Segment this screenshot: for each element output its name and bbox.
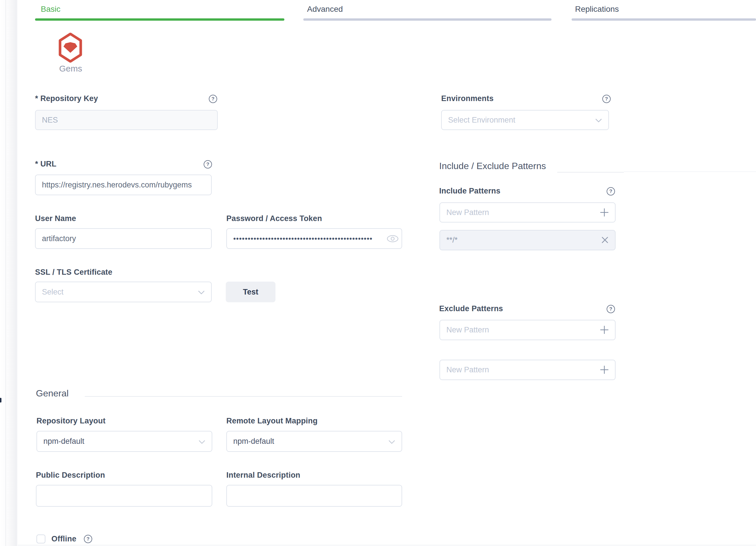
left-panel-edge: [0, 0, 18, 546]
patterns-section-title: Include / Exclude Patterns: [439, 161, 546, 171]
public-description-textarea[interactable]: [36, 485, 212, 507]
chevron-down-icon: [198, 437, 205, 446]
repository-layout-label: Repository Layout: [36, 416, 105, 425]
chevron-down-icon: [595, 116, 602, 125]
bottom-divider: [18, 545, 756, 545]
include-patterns-label: Include Patterns: [439, 187, 500, 196]
remote-layout-mapping-value: npm-default: [233, 437, 274, 446]
tab-replications-underline: [572, 18, 756, 21]
offline-checkbox[interactable]: [36, 535, 45, 543]
offline-label: Offline: [51, 535, 76, 543]
package-type-label: Gems: [46, 64, 95, 74]
remote-layout-mapping-label: Remote Layout Mapping: [226, 416, 318, 425]
add-exclude-pattern-icon-2[interactable]: [599, 365, 609, 375]
ssl-certificate-select[interactable]: Select: [35, 281, 212, 302]
eye-icon[interactable]: [387, 235, 399, 243]
password-label: Password / Access Token: [226, 214, 322, 223]
exclude-pattern-new-input-2[interactable]: [439, 360, 616, 380]
remove-include-pattern-icon[interactable]: [601, 236, 609, 244]
tab-advanced[interactable]: Advanced: [307, 5, 343, 14]
general-section-divider: [85, 396, 402, 397]
gems-package-icon: [58, 33, 82, 63]
test-button[interactable]: Test: [226, 281, 275, 302]
chevron-down-icon: [388, 437, 395, 446]
environments-placeholder: Select Environment: [448, 116, 515, 125]
internal-description-textarea[interactable]: [226, 485, 402, 507]
environments-help-icon[interactable]: ?: [602, 95, 611, 103]
repository-key-label: * Repository Key: [35, 94, 98, 103]
background-content-sliver: [0, 398, 1, 402]
url-label: * URL: [35, 160, 57, 169]
include-patterns-help-icon[interactable]: ?: [607, 187, 615, 196]
username-input[interactable]: [35, 228, 212, 249]
url-input[interactable]: [35, 175, 212, 195]
password-input[interactable]: [226, 228, 402, 249]
tab-replications[interactable]: Replications: [575, 5, 619, 14]
environments-select[interactable]: Select Environment: [441, 110, 609, 130]
repository-key-input[interactable]: [35, 110, 218, 130]
ssl-certificate-placeholder: Select: [42, 287, 63, 296]
exclude-pattern-new-input[interactable]: [439, 320, 616, 340]
patterns-section-divider-faint: [624, 171, 756, 172]
patterns-section-divider: [557, 172, 624, 173]
add-exclude-pattern-icon[interactable]: [599, 325, 609, 335]
repository-key-help-icon[interactable]: ?: [209, 95, 217, 103]
include-pattern-item-input[interactable]: [439, 230, 616, 250]
remote-layout-mapping-select[interactable]: npm-default: [226, 431, 402, 452]
exclude-patterns-label: Exclude Patterns: [439, 304, 503, 313]
internal-description-label: Internal Description: [226, 471, 300, 480]
username-label: User Name: [35, 214, 76, 223]
exclude-patterns-help-icon[interactable]: ?: [607, 305, 615, 313]
left-panel-divider: [5, 0, 6, 546]
repository-layout-value: npm-default: [43, 437, 84, 446]
tab-basic[interactable]: Basic: [41, 5, 60, 14]
general-section-title: General: [36, 388, 69, 399]
environments-label: Environments: [441, 94, 493, 103]
chevron-down-icon: [198, 287, 205, 296]
add-include-pattern-icon[interactable]: [599, 208, 609, 217]
offline-help-icon[interactable]: ?: [84, 535, 92, 543]
include-pattern-new-input[interactable]: [439, 203, 616, 223]
public-description-label: Public Description: [36, 471, 105, 480]
repository-config-panel: Basic Advanced Replications Gems * Repos…: [0, 0, 756, 546]
url-help-icon[interactable]: ?: [204, 160, 212, 169]
tab-advanced-underline: [303, 18, 551, 21]
repository-layout-select[interactable]: npm-default: [36, 431, 212, 452]
tab-basic-underline: [35, 18, 284, 21]
ssl-certificate-label: SSL / TLS Certificate: [35, 268, 112, 277]
